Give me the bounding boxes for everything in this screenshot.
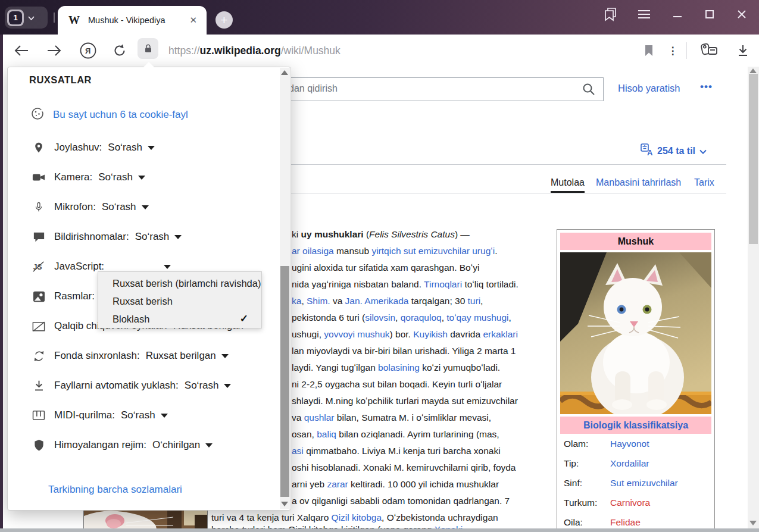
minimize-icon[interactable] bbox=[668, 5, 687, 24]
permission-row-himoyalanganrejim[interactable]: Himoyalangan rejim:Oʻchirilgan bbox=[32, 438, 213, 452]
article-link[interactable]: Shim. bbox=[307, 296, 330, 306]
svg-text:Я: Я bbox=[85, 46, 90, 55]
page-scrollbar[interactable] bbox=[748, 67, 759, 529]
permission-value[interactable]: Ruxsat berilgan bbox=[146, 350, 216, 362]
more-options-menu[interactable]: ••• bbox=[700, 81, 713, 93]
article-link[interactable]: zarar bbox=[327, 479, 348, 489]
taxonomy-link[interactable]: Carnivora bbox=[610, 497, 650, 508]
cookies-link[interactable]: Bu sayt uchun 6 ta cookie-fayl bbox=[53, 109, 188, 121]
article-link[interactable]: turi bbox=[468, 296, 481, 306]
article-link[interactable]: erkaklari bbox=[483, 329, 518, 339]
permission-row-kamera[interactable]: Kamera:Soʻrash bbox=[32, 170, 145, 184]
article-link[interactable]: Tirnoqlari bbox=[424, 279, 462, 289]
article-link[interactable]: Jan. Amerikada bbox=[345, 296, 409, 306]
article-link[interactable]: Kuyikish bbox=[413, 329, 448, 339]
permission-value[interactable]: Soʻrash bbox=[185, 380, 219, 392]
permission-row-joylashuv[interactable]: Joylashuv:Soʻrash bbox=[32, 140, 155, 155]
article-link[interactable]: toʻqay mushugi bbox=[446, 312, 508, 323]
article-link[interactable]: bolasining bbox=[378, 362, 420, 373]
article-text-line: ugini aloxida tur sifatida xam qarashgan… bbox=[292, 259, 479, 276]
caret-down-icon[interactable] bbox=[164, 265, 171, 269]
permission-row-fayllarniavtomatikyuklash[interactable]: Fayllarni avtomatik yuklash:Soʻrash bbox=[32, 378, 231, 393]
permission-value[interactable]: Soʻrash bbox=[135, 231, 170, 243]
panel-scrollbar-thumb[interactable] bbox=[280, 266, 289, 497]
permission-value[interactable]: Soʻrash bbox=[121, 409, 155, 421]
site-security-button[interactable] bbox=[138, 38, 158, 59]
back-icon[interactable] bbox=[13, 35, 30, 67]
create-account-link[interactable]: Hisob yaratish bbox=[618, 83, 680, 94]
browser-tab-active[interactable]: W Mushuk - Vikipediya ✕ bbox=[58, 6, 207, 35]
permission-value[interactable]: Oʻchirilgan bbox=[152, 439, 200, 451]
address-bar[interactable]: https://uz.wikipedia.org/wiki/Mushuk bbox=[168, 35, 341, 67]
permission-label: JavaScript: bbox=[54, 261, 104, 273]
infobox-section-title: Biologik klassifikatsiya bbox=[560, 417, 711, 434]
article-link[interactable]: ar oilasiga bbox=[292, 246, 334, 256]
tabs-divider bbox=[214, 193, 726, 193]
dropdown-option[interactable]: Ruxsat berish (birlamchi ravishda) bbox=[98, 274, 261, 292]
passwords-icon[interactable] bbox=[698, 35, 721, 67]
yandex-services-icon[interactable]: Я bbox=[79, 35, 97, 67]
image-icon bbox=[32, 289, 46, 303]
toolbar-divider bbox=[686, 42, 687, 59]
taxonomy-link[interactable]: Hayvonot bbox=[610, 439, 649, 449]
bookmark-icon[interactable] bbox=[642, 35, 656, 67]
permission-row-fondasinxronlash[interactable]: Fonda sinxronlash:Ruxsat berilgan bbox=[32, 349, 229, 363]
search-icon[interactable] bbox=[582, 82, 596, 99]
article-text-line: pekistonda 6 turi (silovsin, qoraquloq, … bbox=[292, 309, 511, 326]
new-tab-button[interactable]: + bbox=[215, 11, 233, 29]
maximize-icon[interactable] bbox=[700, 5, 719, 24]
article-link[interactable]: ka bbox=[292, 296, 301, 306]
article-link[interactable]: qushlar bbox=[304, 412, 335, 423]
tab-group-button[interactable]: 1 bbox=[5, 7, 48, 29]
languages-button[interactable]: A 254 ta til bbox=[641, 143, 707, 158]
permission-row-bildirishnomalar[interactable]: Bildirishnomalar:Soʻrash bbox=[32, 230, 182, 244]
caret-down-icon[interactable] bbox=[138, 176, 145, 180]
permission-value[interactable]: Soʻrash bbox=[98, 171, 133, 183]
article-link[interactable]: qoraquloq bbox=[401, 312, 442, 323]
permission-row-mikrofon[interactable]: Mikrofon:Soʻrash bbox=[32, 200, 149, 214]
javascript-blocked-icon: JS bbox=[32, 259, 46, 274]
tab-history[interactable]: Tarix bbox=[694, 177, 714, 188]
caret-down-icon[interactable] bbox=[148, 146, 155, 150]
kebab-menu-icon[interactable]: ⋮ bbox=[667, 35, 679, 67]
caret-down-icon[interactable] bbox=[142, 205, 149, 209]
article-link[interactable]: yovvoyi mushuk bbox=[324, 329, 389, 339]
panel-scroll-down-icon bbox=[281, 502, 288, 506]
article-link[interactable]: asi bbox=[292, 446, 304, 456]
article-link[interactable]: yirtqich sut emizuvchilar urugʻi bbox=[371, 246, 495, 256]
dropdown-option[interactable]: Ruxsat berish bbox=[98, 292, 261, 310]
tab-edit-source[interactable]: Manbasini tahrirlash bbox=[596, 177, 681, 188]
caret-down-icon[interactable] bbox=[205, 443, 213, 447]
article-link[interactable]: baliq bbox=[317, 429, 336, 439]
caret-down-icon[interactable] bbox=[161, 414, 168, 418]
taxonomy-link[interactable]: Sut emizuvchilar bbox=[610, 478, 678, 489]
close-icon[interactable] bbox=[732, 5, 751, 24]
permission-value[interactable]: Soʻrash bbox=[108, 142, 142, 154]
url-host: uz.wikipedia.org bbox=[200, 45, 281, 57]
permission-row-rasmlar[interactable]: Rasmlar: bbox=[32, 289, 95, 303]
downloads-icon[interactable] bbox=[735, 35, 751, 67]
forward-icon[interactable] bbox=[46, 35, 63, 67]
sync-icon bbox=[32, 349, 46, 363]
panel-scrollbar[interactable] bbox=[280, 68, 290, 509]
taxonomy-link[interactable]: Felidae bbox=[610, 517, 641, 528]
taxonomy-link[interactable]: Xordalilar bbox=[610, 458, 649, 469]
wiki-search-box[interactable]: dan qidirish bbox=[250, 77, 604, 101]
caret-down-icon[interactable] bbox=[174, 235, 182, 239]
article-link[interactable]: silovsin bbox=[365, 312, 395, 323]
page-scrollbar-thumb[interactable] bbox=[749, 74, 758, 244]
reload-icon[interactable] bbox=[111, 35, 129, 67]
chevron-down-icon bbox=[699, 146, 707, 157]
panels-icon[interactable] bbox=[601, 5, 620, 24]
search-placeholder: dan qidirish bbox=[289, 83, 338, 94]
tab-close-icon[interactable]: ✕ bbox=[189, 15, 197, 26]
cookie-row[interactable]: Bu sayt uchun 6 ta cookie-fayl bbox=[30, 107, 188, 123]
all-content-settings-link[interactable]: Tarkibning barcha sozlamalari bbox=[48, 484, 182, 496]
permission-value[interactable]: Soʻrash bbox=[102, 201, 136, 213]
caret-down-icon[interactable] bbox=[224, 384, 231, 388]
caret-down-icon[interactable] bbox=[221, 354, 229, 358]
tab-read[interactable]: Mutolaa bbox=[551, 177, 585, 188]
dropdown-option[interactable]: Bloklash✓ bbox=[98, 310, 261, 328]
menu-icon[interactable] bbox=[635, 5, 654, 24]
permission-row-midi-qurilma[interactable]: MIDI-qurilma:Soʻrash bbox=[32, 408, 168, 423]
